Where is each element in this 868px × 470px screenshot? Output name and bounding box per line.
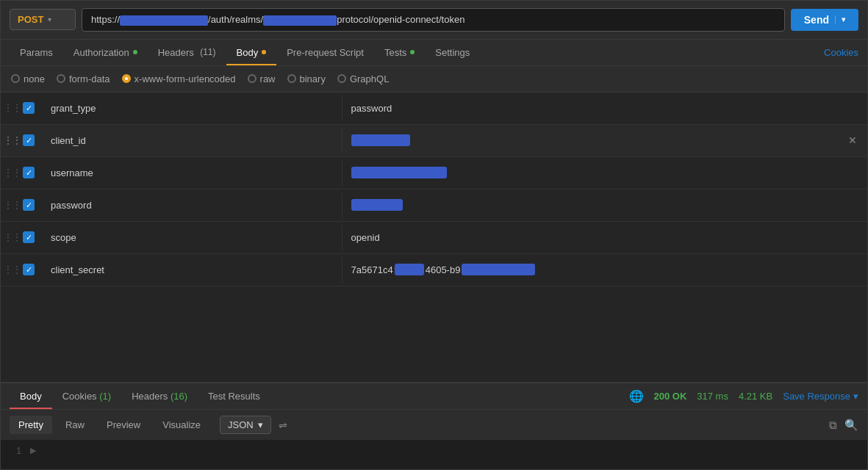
resp-tab-visualize[interactable]: Visualize	[154, 416, 209, 434]
value-username[interactable]	[342, 159, 867, 186]
value-username-redacted	[351, 167, 447, 178]
bottom-tab-cookies-label: Cookies	[62, 391, 97, 402]
drag-handle[interactable]: ⋮⋮	[1, 103, 15, 113]
key-client-id[interactable]: client_id	[42, 128, 342, 153]
cookies-link[interactable]: Cookies	[824, 47, 858, 58]
status-ok: 200 OK	[654, 391, 687, 402]
tab-headers[interactable]: Headers (11)	[148, 40, 226, 65]
tab-tests-label: Tests	[384, 47, 406, 58]
fold-icon[interactable]: ▶	[30, 446, 40, 455]
method-selector[interactable]: POST ▾	[10, 9, 76, 30]
method-chevron-icon: ▾	[48, 15, 51, 24]
body-type-raw-label: raw	[260, 73, 276, 84]
radio-binary-icon	[287, 74, 296, 83]
checkbox-username[interactable]: ✓	[15, 167, 42, 178]
bottom-tab-test-results-label: Test Results	[208, 391, 260, 402]
key-password[interactable]: password	[42, 192, 342, 218]
value-client-secret-redacted-2	[462, 264, 535, 275]
value-client-secret[interactable]: 7a5671c44605-b9	[342, 256, 867, 283]
bottom-tabs-bar: Body Cookies (1) Headers (16) Test Resul…	[1, 383, 867, 410]
table-row: ⋮⋮ ✓ client_secret 7a5671c44605-b9	[1, 254, 867, 286]
value-client-id[interactable]	[342, 127, 867, 153]
tab-pre-request[interactable]: Pre-request Script	[276, 40, 374, 65]
tab-tests[interactable]: Tests	[374, 40, 425, 65]
save-response-button[interactable]: Save Response ▾	[783, 391, 858, 402]
drag-handle[interactable]: ⋮⋮	[1, 264, 15, 275]
key-grant-type-label: grant_type	[51, 103, 96, 114]
body-dot	[262, 50, 266, 54]
url-input[interactable]: https:///auth/realms/protocol/openid-con…	[82, 8, 785, 32]
close-icon[interactable]: ✕	[848, 134, 857, 146]
checkbox-icon: ✓	[23, 102, 35, 114]
checkbox-icon: ✓	[23, 167, 35, 178]
body-type-binary[interactable]: binary	[287, 73, 326, 84]
radio-raw-icon	[248, 74, 257, 83]
resp-tab-preview[interactable]: Preview	[98, 416, 149, 434]
tab-authorization[interactable]: Authorization	[63, 40, 148, 65]
key-username[interactable]: username	[42, 160, 342, 186]
search-icon[interactable]: 🔍	[844, 419, 858, 432]
bottom-tab-body-label: Body	[20, 391, 42, 402]
key-scope[interactable]: scope	[42, 225, 342, 250]
body-type-urlencoded[interactable]: x-www-form-urlencoded	[122, 73, 236, 84]
tab-body-label: Body	[237, 47, 259, 58]
line-number: 1	[1, 446, 30, 456]
tab-authorization-label: Authorization	[73, 47, 129, 58]
url-suffix: /auth/realms/	[208, 14, 263, 25]
tests-dot	[410, 50, 415, 54]
bottom-tab-headers[interactable]: Headers (16)	[121, 383, 198, 409]
tab-pre-request-label: Pre-request Script	[287, 47, 364, 58]
value-grant-type[interactable]: password	[342, 95, 867, 121]
bottom-tab-test-results[interactable]: Test Results	[198, 383, 270, 409]
table-row: ⋮⋮ ✓ grant_type password	[1, 93, 867, 125]
checkbox-client-secret[interactable]: ✓	[15, 264, 42, 275]
status-area: 🌐 200 OK 317 ms 4.21 KB Save Response ▾	[629, 389, 859, 403]
key-client-secret[interactable]: client_secret	[42, 257, 342, 283]
body-type-none-label: none	[24, 73, 45, 84]
format-label: JSON	[228, 419, 254, 430]
bottom-section: Body Cookies (1) Headers (16) Test Resul…	[1, 382, 867, 469]
body-type-raw[interactable]: raw	[248, 73, 276, 84]
body-type-binary-label: binary	[300, 73, 326, 84]
send-chevron-icon: ▾	[835, 15, 845, 24]
code-area: 1 ▶	[1, 440, 867, 469]
drag-handle[interactable]: ⋮⋮	[1, 200, 15, 210]
response-toolbar: Pretty Raw Preview Visualize JSON ▾ ⇌ ⧉ …	[1, 410, 867, 440]
bottom-tab-body[interactable]: Body	[10, 383, 52, 409]
body-type-graphql[interactable]: GraphQL	[337, 73, 389, 84]
checkbox-scope[interactable]: ✓	[15, 231, 42, 243]
url-bar: POST ▾ https:///auth/realms/protocol/ope…	[1, 1, 867, 40]
tab-params[interactable]: Params	[10, 40, 63, 65]
checkbox-icon: ✓	[23, 231, 35, 243]
response-headers-count: (16)	[171, 391, 187, 402]
body-type-form-data[interactable]: form-data	[57, 73, 110, 84]
checkbox-password[interactable]: ✓	[15, 199, 42, 211]
tab-body[interactable]: Body	[226, 40, 277, 65]
value-password[interactable]	[342, 192, 867, 218]
drag-handle[interactable]: ⋮⋮	[1, 135, 15, 145]
bottom-tab-headers-label: Headers	[132, 391, 168, 402]
table-row: ⋮⋮ ✓ scope openid	[1, 222, 867, 254]
value-client-secret-prefix: 7a5671c4	[351, 264, 393, 275]
checkbox-client-id[interactable]: ✓	[15, 134, 42, 146]
wrap-icon[interactable]: ⇌	[279, 419, 287, 431]
tab-settings[interactable]: Settings	[425, 40, 480, 65]
status-time: 317 ms	[697, 391, 728, 402]
resp-tab-pretty[interactable]: Pretty	[10, 416, 52, 434]
format-selector[interactable]: JSON ▾	[220, 416, 271, 434]
copy-icon[interactable]: ⧉	[829, 419, 837, 432]
format-chevron-icon: ▾	[258, 419, 263, 430]
value-scope[interactable]: openid	[342, 225, 867, 250]
body-type-bar: none form-data x-www-form-urlencoded raw…	[1, 66, 867, 93]
resp-tab-raw[interactable]: Raw	[57, 416, 93, 434]
url-prefix: https://	[91, 14, 120, 25]
key-grant-type[interactable]: grant_type	[42, 95, 342, 121]
resp-tab-pretty-label: Pretty	[18, 419, 43, 430]
drag-handle[interactable]: ⋮⋮	[1, 232, 15, 242]
bottom-tab-cookies[interactable]: Cookies (1)	[52, 383, 121, 409]
body-type-none[interactable]: none	[11, 73, 45, 84]
radio-urlencoded-icon	[122, 74, 131, 83]
send-button[interactable]: Send ▾	[791, 9, 858, 31]
drag-handle[interactable]: ⋮⋮	[1, 167, 15, 178]
checkbox-grant-type[interactable]: ✓	[15, 102, 42, 114]
